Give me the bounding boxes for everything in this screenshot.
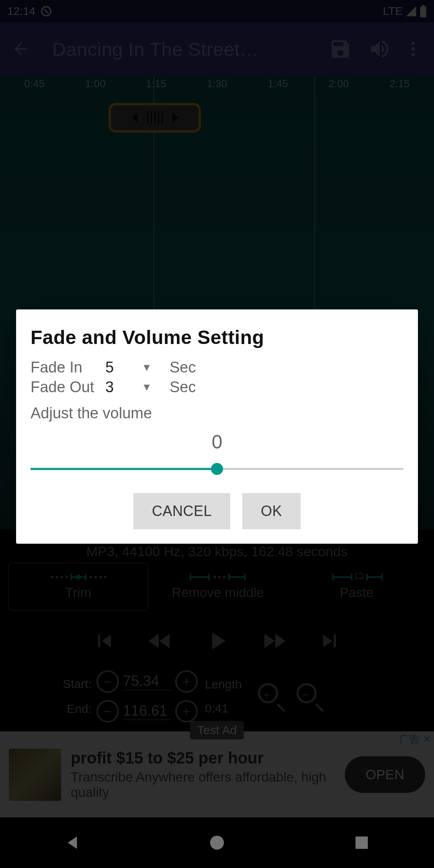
- fade-in-label: Fade In: [31, 359, 102, 376]
- dialog-title: Fade and Volume Setting: [31, 326, 403, 348]
- fade-in-value[interactable]: 5: [105, 359, 129, 376]
- fade-volume-dialog: Fade and Volume Setting Fade In 5 ▼ Sec …: [16, 309, 418, 544]
- fade-out-unit: Sec: [170, 379, 196, 396]
- fade-out-dropdown-icon[interactable]: ▼: [133, 381, 161, 393]
- volume-value: 0: [31, 431, 403, 453]
- adjust-volume-label: Adjust the volume: [31, 405, 403, 422]
- fade-out-label: Fade Out: [31, 379, 102, 396]
- fade-out-value[interactable]: 3: [105, 379, 129, 396]
- cancel-button[interactable]: CANCEL: [133, 493, 230, 529]
- ok-button[interactable]: OK: [242, 493, 301, 529]
- fade-in-unit: Sec: [170, 359, 196, 376]
- volume-slider[interactable]: [31, 457, 403, 481]
- fade-in-dropdown-icon[interactable]: ▼: [133, 361, 161, 374]
- slider-thumb[interactable]: [211, 463, 223, 475]
